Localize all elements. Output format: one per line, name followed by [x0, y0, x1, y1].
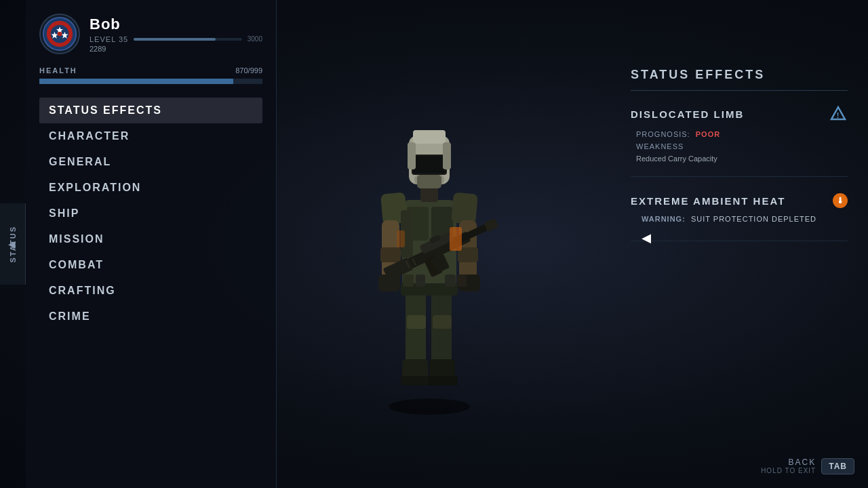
svg-rect-49: [397, 230, 405, 247]
heat-warning-prefix: WARNING:: [642, 215, 686, 223]
effect-prognosis-row: PROGNOSIS: POOR: [631, 130, 848, 138]
svg-rect-36: [417, 175, 441, 188]
cursor-pointer: ▶: [642, 230, 651, 245]
svg-text:!: !: [837, 111, 840, 119]
menu-item-status-effects[interactable]: STATUS EFFECTS: [39, 98, 262, 123]
menu-item-character[interactable]: CHARACTER: [39, 123, 262, 149]
svg-rect-32: [413, 156, 446, 174]
health-bar-fill: [39, 79, 233, 84]
svg-rect-50: [403, 274, 414, 287]
right-panel: STATUS EFFECTS DISLOCATED LIMB ! PROGNOS…: [631, 68, 848, 258]
character-display: [277, 54, 582, 447]
svg-rect-52: [445, 274, 456, 287]
tab-key-badge[interactable]: TAB: [821, 458, 854, 474]
svg-rect-14: [401, 376, 431, 386]
main-panel: Bob LEVEL 35 3000 2289 HEALTH 870/999 ST…: [26, 0, 277, 488]
svg-rect-24: [380, 247, 401, 262]
effect-card-dislocated-limb: DISLOCATED LIMB ! PROGNOSIS: POOR WEAKNE…: [631, 104, 848, 177]
heat-icon: 🌡: [833, 193, 848, 208]
svg-rect-30: [413, 130, 446, 144]
svg-point-7: [389, 399, 470, 415]
xp-current: 2289: [90, 45, 262, 53]
effect-header-dislocated: DISLOCATED LIMB !: [631, 104, 848, 123]
menu-item-general[interactable]: GENERAL: [39, 149, 262, 175]
weakness-label: WEAKNESS: [631, 142, 848, 150]
svg-rect-15: [428, 376, 458, 386]
health-value: 870/999: [235, 66, 262, 75]
heat-warning-value: SUIT PROTECTION DEPLETED: [691, 215, 816, 223]
heat-warning-row: WARNING: SUIT PROTECTION DEPLETED: [631, 215, 848, 223]
menu-item-ship[interactable]: SHIP: [39, 201, 262, 226]
svg-rect-35: [443, 142, 451, 169]
health-label: HEALTH: [39, 66, 77, 75]
prognosis-label: PROGNOSIS:: [636, 130, 690, 138]
effect-name-dislocated: DISLOCATED LIMB: [631, 108, 744, 120]
health-section: HEALTH 870/999: [39, 66, 262, 84]
character-header: Bob LEVEL 35 3000 2289: [39, 14, 262, 54]
xp-bar: [134, 38, 242, 41]
effect-name-heat: EXTREME AMBIENT HEAT: [631, 195, 785, 207]
menu-item-exploration[interactable]: EXPLORATION: [39, 175, 262, 201]
svg-point-6: [58, 32, 62, 37]
svg-rect-10: [407, 315, 426, 329]
xp-bar-fill: [134, 38, 216, 41]
effect-card-heat: EXTREME AMBIENT HEAT 🌡 WARNING: SUIT PRO…: [631, 193, 848, 241]
hold-to-exit-label: HOLD TO EXIT: [761, 467, 816, 474]
svg-rect-48: [450, 227, 462, 251]
xp-max: 3000: [248, 35, 262, 43]
svg-rect-21: [451, 192, 478, 225]
sidebar-tab-label: STATUS: [9, 226, 17, 262]
back-label: BACK: [761, 458, 816, 467]
svg-rect-53: [457, 274, 467, 287]
svg-rect-51: [416, 274, 425, 287]
bottom-bar: BACK HOLD TO EXIT TAB: [761, 458, 854, 474]
prognosis-value: POOR: [696, 130, 720, 138]
menu-list: STATUS EFFECTS CHARACTER GENERAL EXPLORA…: [39, 98, 262, 329]
dislocated-limb-icon: !: [829, 104, 848, 123]
effect-header-heat: EXTREME AMBIENT HEAT 🌡: [631, 193, 848, 208]
svg-rect-34: [408, 142, 416, 169]
back-section: BACK HOLD TO EXIT: [761, 458, 816, 474]
menu-item-mission[interactable]: MISSION: [39, 226, 262, 252]
weakness-value: Reduced Carry Capacity: [631, 155, 848, 163]
character-level: LEVEL 35: [90, 35, 128, 43]
menu-item-combat[interactable]: COMBAT: [39, 252, 262, 278]
health-bar: [39, 79, 262, 84]
sidebar-status-tab[interactable]: ◀ STATUS: [0, 203, 26, 285]
menu-item-crafting[interactable]: CRAFTING: [39, 278, 262, 304]
menu-item-crime[interactable]: CRIME: [39, 304, 262, 329]
character-figure: [341, 75, 517, 427]
character-name: Bob: [90, 16, 262, 33]
status-effects-title: STATUS EFFECTS: [631, 68, 848, 91]
character-info: Bob LEVEL 35 3000 2289: [90, 16, 262, 53]
avatar: [39, 14, 80, 54]
svg-rect-11: [433, 315, 452, 329]
